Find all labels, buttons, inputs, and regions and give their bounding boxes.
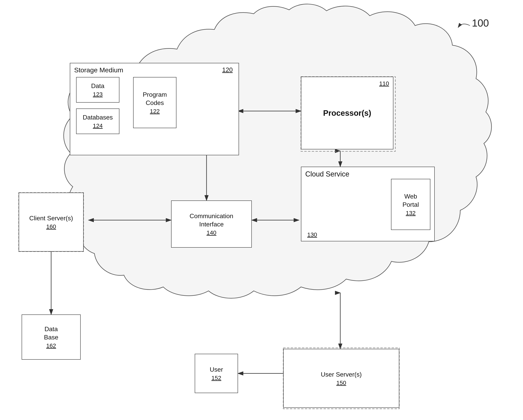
client-server-box: Client Server(s) 160 <box>19 193 84 252</box>
processor-label: Processor(s) <box>323 109 371 118</box>
storage-medium-number: 120 <box>222 66 233 73</box>
user-number: 152 <box>212 375 221 381</box>
program-codes-label: ProgramCodes <box>143 91 167 107</box>
data-base-number: 162 <box>46 342 56 349</box>
communication-interface-label: CommunicationInterface <box>190 212 233 228</box>
web-portal-box: WebPortal 132 <box>391 179 430 230</box>
data-number: 123 <box>93 91 103 98</box>
storage-medium-label: Storage Medium <box>74 66 123 74</box>
cloud-service-number: 130 <box>307 231 317 238</box>
databases-number: 124 <box>93 122 103 129</box>
processor-box: 110 Processor(s) <box>301 77 393 149</box>
user-server-label: User Server(s) <box>321 371 362 379</box>
ref-number-100: 100 <box>456 16 491 32</box>
web-portal-number: 132 <box>406 210 416 216</box>
program-codes-number: 122 <box>150 108 160 115</box>
data-box: Data 123 <box>76 77 119 103</box>
databases-box: Databases 124 <box>76 109 119 134</box>
storage-medium-box: Storage Medium 120 Data 123 Databases 12… <box>70 63 239 155</box>
databases-label: Databases <box>83 113 113 122</box>
client-server-label: Client Server(s) <box>29 214 73 222</box>
user-server-box: User Server(s) 150 <box>283 349 399 408</box>
diagram: ... ... 100 Storage Medium 120 Data 123 … <box>0 0 523 420</box>
program-codes-box: ProgramCodes 122 <box>133 77 176 128</box>
cloud-service-label: Cloud Service <box>305 170 349 178</box>
user-label: User <box>210 365 223 374</box>
data-base-box: DataBase 162 <box>22 315 81 360</box>
user-box: User 152 <box>195 354 238 393</box>
data-base-label: DataBase <box>44 325 58 341</box>
communication-interface-number: 140 <box>206 229 216 236</box>
client-server-number: 160 <box>46 223 56 230</box>
user-server-number: 150 <box>336 380 346 386</box>
cloud-service-box: Cloud Service 130 WebPortal 132 <box>301 167 435 241</box>
processor-number: 110 <box>379 80 389 87</box>
web-portal-label: WebPortal <box>402 192 419 209</box>
svg-text:100: 100 <box>472 17 489 29</box>
data-label: Data <box>91 82 105 90</box>
communication-interface-box: CommunicationInterface 140 <box>171 200 252 248</box>
